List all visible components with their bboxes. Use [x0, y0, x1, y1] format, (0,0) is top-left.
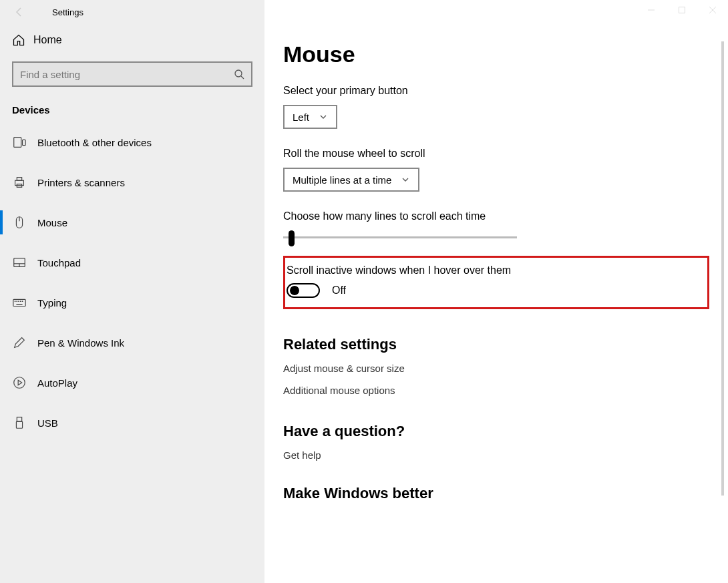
autoplay-icon	[12, 375, 37, 390]
lines-slider[interactable]	[283, 230, 517, 244]
scroll-wheel-dropdown[interactable]: Multiple lines at a time	[283, 168, 419, 192]
feedback-heading: Make Windows better	[283, 485, 709, 502]
question-heading: Have a question?	[283, 423, 709, 440]
sidebar-item-label: USB	[37, 417, 58, 429]
slider-thumb[interactable]	[289, 230, 295, 246]
home-nav[interactable]: Home	[0, 24, 264, 56]
related-heading: Related settings	[283, 336, 709, 353]
maximize-button[interactable]	[667, 0, 697, 20]
svg-point-0	[235, 70, 242, 77]
search-input[interactable]	[12, 61, 252, 87]
mouse-icon	[12, 215, 37, 230]
primary-button-value: Left	[293, 112, 309, 123]
slider-line	[283, 236, 517, 238]
primary-button-label: Select your primary button	[283, 85, 709, 97]
toggle-knob	[290, 286, 299, 295]
search-field[interactable]	[20, 69, 234, 80]
main-content: Mouse Select your primary button Left Ro…	[264, 0, 728, 583]
svg-rect-20	[17, 417, 21, 421]
search-wrap	[12, 61, 252, 87]
svg-point-19	[14, 377, 25, 389]
sidebar-item-label: Pen & Windows Ink	[37, 337, 124, 349]
related-link-cursor-size[interactable]: Adjust mouse & cursor size	[283, 363, 709, 374]
sidebar-item-typing[interactable]: Typing	[0, 282, 264, 323]
highlight-box: Scroll inactive windows when I hover ove…	[283, 256, 709, 309]
titlebar: Settings	[0, 0, 264, 24]
search-icon	[234, 69, 244, 79]
related-link-additional[interactable]: Additional mouse options	[283, 385, 709, 396]
sidebar-item-label: Bluetooth & other devices	[37, 137, 152, 148]
scroll-wheel-value: Multiple lines at a time	[293, 174, 391, 186]
sidebar-item-pen[interactable]: Pen & Windows Ink	[0, 323, 264, 363]
close-button[interactable]	[697, 0, 728, 20]
touchpad-icon	[12, 255, 37, 270]
window-controls	[636, 0, 728, 20]
scrollbar[interactable]	[721, 41, 724, 496]
printer-icon	[12, 175, 37, 190]
sidebar-item-label: Touchpad	[37, 257, 81, 268]
chevron-down-icon	[319, 112, 328, 122]
sidebar-item-label: AutoPlay	[37, 377, 77, 389]
sidebar-item-usb[interactable]: USB	[0, 403, 264, 443]
inactive-toggle[interactable]	[287, 283, 320, 298]
sidebar-item-label: Mouse	[37, 217, 67, 228]
svg-rect-4	[15, 180, 24, 185]
inactive-label: Scroll inactive windows when I hover ove…	[287, 264, 701, 276]
devices-icon	[12, 135, 37, 150]
section-header: Devices	[0, 95, 264, 122]
home-label: Home	[33, 34, 62, 46]
sidebar: Settings Home Devices Bluetooth & oth	[0, 0, 264, 583]
sidebar-item-label: Printers & scanners	[37, 177, 125, 188]
svg-rect-5	[17, 178, 21, 181]
usb-icon	[12, 415, 37, 430]
inactive-value: Off	[332, 284, 346, 297]
primary-button-dropdown[interactable]: Left	[283, 105, 337, 129]
minimize-button[interactable]	[636, 0, 667, 20]
primary-button-group: Select your primary button Left	[283, 85, 709, 129]
lines-group: Choose how many lines to scroll each tim…	[283, 210, 709, 244]
svg-rect-2	[14, 138, 21, 148]
sidebar-item-bluetooth[interactable]: Bluetooth & other devices	[0, 122, 264, 162]
scroll-wheel-group: Roll the mouse wheel to scroll Multiple …	[283, 148, 709, 192]
sidebar-item-label: Typing	[37, 297, 67, 309]
home-icon	[12, 33, 33, 47]
svg-rect-23	[679, 7, 685, 13]
window-title: Settings	[52, 7, 83, 17]
page-title: Mouse	[283, 41, 709, 67]
get-help-link[interactable]: Get help	[283, 449, 709, 461]
svg-line-1	[241, 76, 244, 79]
svg-rect-3	[23, 140, 26, 145]
sidebar-item-autoplay[interactable]: AutoPlay	[0, 363, 264, 403]
svg-rect-12	[13, 299, 25, 306]
back-icon[interactable]	[12, 5, 27, 19]
sidebar-item-printers[interactable]: Printers & scanners	[0, 162, 264, 202]
lines-label: Choose how many lines to scroll each tim…	[283, 210, 709, 222]
chevron-down-icon	[401, 175, 410, 184]
scroll-wheel-label: Roll the mouse wheel to scroll	[283, 148, 709, 160]
sidebar-item-mouse[interactable]: Mouse	[0, 202, 264, 242]
svg-rect-21	[16, 421, 22, 428]
keyboard-icon	[12, 295, 37, 310]
sidebar-item-touchpad[interactable]: Touchpad	[0, 242, 264, 282]
settings-window: Settings Home Devices Bluetooth & oth	[0, 0, 728, 583]
nav-list: Bluetooth & other devices Printers & sca…	[0, 122, 264, 443]
pen-icon	[12, 335, 37, 350]
inactive-toggle-row: Off	[287, 283, 701, 298]
